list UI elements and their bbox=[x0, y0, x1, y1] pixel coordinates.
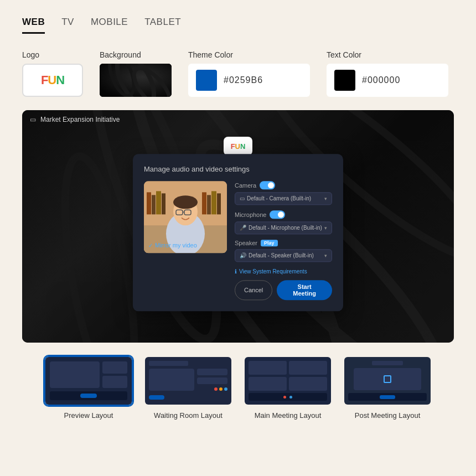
microphone-select[interactable]: 🎤 Default - Microphone (Built-in) ▾ bbox=[235, 221, 332, 234]
text-color-swatch bbox=[334, 70, 355, 91]
layout-post-item[interactable]: Post Meeting Layout bbox=[343, 356, 432, 420]
post-layout-thumb[interactable] bbox=[343, 356, 432, 406]
theme-color-hex: #0259B6 bbox=[224, 75, 263, 85]
svg-rect-12 bbox=[147, 192, 151, 214]
text-color-box[interactable]: #000000 bbox=[327, 64, 448, 97]
mic-select-icon-area: 🎤 Default - Microphone (Built-in) bbox=[240, 225, 322, 231]
text-color-hex: #000000 bbox=[362, 75, 400, 85]
logo-label: Logo bbox=[22, 50, 83, 59]
background-pattern bbox=[100, 64, 172, 97]
tab-tv[interactable]: TV bbox=[61, 17, 74, 34]
camera-label: Camera bbox=[235, 182, 256, 189]
tpost-top bbox=[372, 361, 403, 365]
tpost-btn bbox=[380, 395, 395, 399]
view-requirements-link[interactable]: ℹ View System Requirements bbox=[235, 268, 332, 275]
tw-bottom-btn bbox=[149, 395, 164, 400]
tpost-inner bbox=[344, 357, 431, 405]
tw-header bbox=[149, 361, 188, 366]
speaker-label: Speaker bbox=[235, 240, 257, 246]
waiting-layout-thumb[interactable] bbox=[144, 356, 232, 406]
tm-cell-1 bbox=[249, 361, 287, 375]
theme-color-box[interactable]: #0259B6 bbox=[188, 64, 310, 97]
speaker-select[interactable]: 🔊 Default - Speaker (Built-in) ▾ bbox=[235, 249, 332, 262]
tw-r-box-1 bbox=[197, 369, 227, 375]
layout-preview-item[interactable]: Preview Layout bbox=[44, 356, 133, 420]
logo-u: U bbox=[48, 73, 56, 87]
video-preview: ✓ Mirror my video bbox=[144, 181, 227, 253]
logo-setting: Logo FUN bbox=[22, 50, 83, 97]
microphone-option: Default - Microphone (Built-in) bbox=[249, 225, 322, 231]
tab-web[interactable]: WEB bbox=[22, 17, 45, 34]
audio-video-dialog: Manage audio and video settings bbox=[133, 154, 343, 311]
tw-left bbox=[149, 369, 194, 391]
speaker-option: Default - Speaker (Built-in) bbox=[249, 252, 314, 258]
speaker-row: Speaker Play 🔊 Default - Speaker (Built-… bbox=[235, 240, 332, 262]
preview-topbar: ▭ Market Expansion Initiative bbox=[22, 110, 454, 129]
dialog-body: ✓ Mirror my video Camera ▭ bbox=[144, 181, 332, 300]
post-thumb-bg bbox=[344, 357, 431, 405]
meeting-title: Market Expansion Initiative bbox=[40, 116, 120, 123]
layout-main-item[interactable]: Main Meeting Layout bbox=[244, 356, 332, 420]
speaker-icon: 🔊 bbox=[240, 252, 246, 258]
logo-fun-text: FUN bbox=[41, 73, 64, 87]
speaker-label-row: Speaker Play bbox=[235, 240, 332, 246]
background-label: Background bbox=[100, 50, 172, 59]
camera-row: Camera ▭ Default - Camera (Built-in) ▾ bbox=[235, 181, 332, 205]
tw-dots bbox=[197, 387, 227, 391]
cancel-button[interactable]: Cancel bbox=[235, 280, 272, 300]
microphone-toggle[interactable] bbox=[270, 210, 285, 219]
preview-n: N bbox=[240, 142, 245, 151]
main-layout-thumb[interactable] bbox=[244, 356, 332, 406]
preview-logo-text: FUN bbox=[231, 142, 246, 151]
camera-select-icon-area: ▭ Default - Camera (Built-in) bbox=[240, 195, 311, 201]
tm-cell-3 bbox=[249, 377, 287, 391]
tab-mobile[interactable]: MOBILE bbox=[91, 17, 128, 34]
waiting-thumb-bg bbox=[145, 357, 231, 405]
camera-toggle[interactable] bbox=[260, 181, 275, 189]
camera-select[interactable]: ▭ Default - Camera (Built-in) ▾ bbox=[235, 192, 332, 205]
tm-cell-4 bbox=[289, 377, 327, 391]
camera-label-row: Camera bbox=[235, 181, 332, 189]
theme-color-label: Theme Color bbox=[188, 50, 310, 59]
tw-bottom bbox=[149, 394, 227, 401]
preview-thumb-bg bbox=[45, 357, 132, 405]
camera-chevron-icon: ▾ bbox=[324, 196, 327, 201]
layout-row: Preview Layout bbox=[22, 356, 454, 420]
start-meeting-button[interactable]: Start Meeting bbox=[277, 280, 332, 300]
info-icon: ℹ bbox=[235, 268, 237, 275]
svg-rect-15 bbox=[162, 193, 165, 214]
preview-layout-label: Preview Layout bbox=[64, 411, 113, 420]
layout-waiting-item[interactable]: Waiting Room Layout bbox=[144, 356, 232, 420]
main-thumb-bg bbox=[245, 357, 331, 405]
tw-right bbox=[197, 369, 227, 391]
theme-color-setting: Theme Color #0259B6 bbox=[188, 50, 310, 97]
preview-f: F bbox=[231, 142, 235, 151]
tpost-icon bbox=[384, 375, 391, 383]
post-layout-label: Post Meeting Layout bbox=[355, 411, 421, 420]
speaker-select-icon-area: 🔊 Default - Speaker (Built-in) bbox=[240, 252, 314, 258]
mic-chevron-icon: ▾ bbox=[324, 225, 327, 231]
tw-dot-yellow bbox=[219, 387, 223, 391]
camera-icon: ▭ bbox=[240, 195, 245, 201]
preview-layout-thumb[interactable] bbox=[44, 356, 133, 406]
tp-main bbox=[50, 361, 100, 388]
mirror-checkbox-area[interactable]: ✓ Mirror my video bbox=[148, 242, 197, 249]
settings-row: Logo FUN Background bbox=[22, 50, 454, 97]
view-req-text: View System Requirements bbox=[239, 268, 307, 275]
mirror-label: Mirror my video bbox=[155, 242, 197, 249]
tp-top bbox=[50, 361, 127, 388]
tm-dot-blue bbox=[289, 396, 292, 399]
microphone-row: Microphone 🎤 Default - Microphone (Built… bbox=[235, 210, 332, 234]
play-badge[interactable]: Play bbox=[261, 240, 278, 246]
background-box[interactable] bbox=[100, 64, 172, 97]
background-setting: Background bbox=[100, 50, 172, 97]
tm-dot-red bbox=[283, 396, 286, 399]
tw-body bbox=[149, 369, 227, 391]
tw-dot-red bbox=[214, 387, 218, 391]
text-color-setting: Text Color #000000 bbox=[327, 50, 448, 97]
logo-box[interactable]: FUN bbox=[22, 64, 83, 97]
tab-tablet[interactable]: TABLET bbox=[144, 17, 181, 34]
text-color-label: Text Color bbox=[327, 50, 448, 59]
svg-rect-16 bbox=[202, 192, 206, 214]
preview-container: ▭ Market Expansion Initiative FUN Manage… bbox=[22, 110, 454, 343]
